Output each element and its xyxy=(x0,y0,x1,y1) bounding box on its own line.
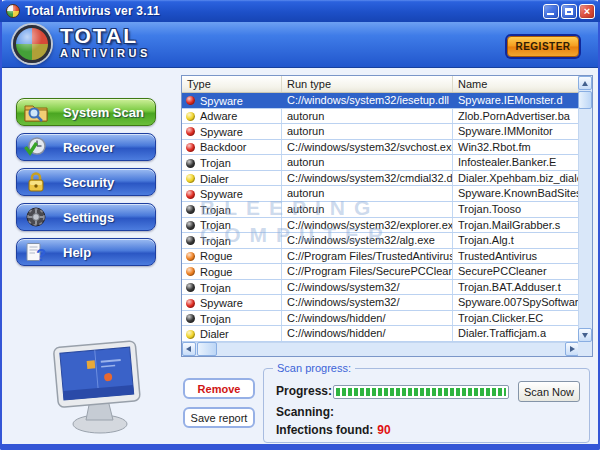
name-cell: Trojan.Clicker.EC xyxy=(453,311,592,326)
progress-fill xyxy=(336,388,506,396)
severity-dot-icon xyxy=(186,252,195,261)
severity-dot-icon xyxy=(186,174,195,183)
column-header-run-type[interactable]: Run type xyxy=(282,76,453,92)
window-title: Total Antivirus ver 3.11 xyxy=(25,4,160,18)
clock-restore-icon xyxy=(23,136,49,158)
register-button[interactable]: REGISTER xyxy=(507,36,579,57)
name-cell: Spyware.007SpySoftware xyxy=(453,295,592,310)
table-row[interactable]: BackdoorC://windows/system32/svchost.exe… xyxy=(182,140,592,156)
type-cell: Trojan xyxy=(182,233,282,248)
svg-text:?: ? xyxy=(36,246,46,263)
table-row[interactable]: TrojanC://windows/system32/alg.exeTrojan… xyxy=(182,233,592,249)
name-cell: SecurePCCleaner xyxy=(453,264,592,279)
sidebar-item-help[interactable]: ? Help xyxy=(16,238,156,266)
run-type-cell: autorun xyxy=(282,124,453,139)
type-cell: Trojan xyxy=(182,218,282,233)
monitor-illustration xyxy=(46,340,150,442)
logo-shield-icon xyxy=(13,25,51,63)
total-antivirus-window: Total Antivirus ver 3.11 × TOTAL ANTIVIR… xyxy=(0,0,600,450)
infections-found: Infections found:90 xyxy=(276,423,391,437)
progress-bar xyxy=(333,385,509,399)
sidebar-item-settings[interactable]: Settings xyxy=(16,203,156,231)
table-row[interactable]: AdwareautorunZlob.PornAdvertiser.ba xyxy=(182,109,592,125)
arrow-up-icon xyxy=(582,81,588,86)
name-cell: Spyware.IMMonitor xyxy=(453,124,592,139)
run-type-cell: C://windows/system32/alg.exe xyxy=(282,233,453,248)
severity-dot-icon xyxy=(186,205,195,214)
progress-label: Progress: xyxy=(276,384,332,398)
threat-table: Type Run type Name SpywareC://windows/sy… xyxy=(181,75,593,357)
run-type-cell: C://windows/system32/cmdial32.dll xyxy=(282,171,453,186)
type-cell: Rogue xyxy=(182,264,282,279)
remove-button[interactable]: Remove xyxy=(183,378,255,399)
minimize-icon xyxy=(547,13,554,15)
table-row[interactable]: RogueC://Program Files/SecurePCCleanerSe… xyxy=(182,264,592,280)
save-report-button[interactable]: Save report xyxy=(183,407,255,428)
table-row[interactable]: TrojanautorunInfostealer.Banker.E xyxy=(182,155,592,171)
name-cell: Zlob.PornAdvertiser.ba xyxy=(453,109,592,124)
table-row[interactable]: SpywareC://windows/system32/Spyware.007S… xyxy=(182,295,592,311)
scan-now-button[interactable]: Scan Now xyxy=(518,381,580,402)
maximize-button[interactable] xyxy=(561,4,577,19)
scroll-right-button[interactable] xyxy=(565,342,579,356)
name-cell: Trojan.BAT.Adduser.t xyxy=(453,280,592,295)
table-row[interactable]: SpywareautorunSpyware.IMMonitor xyxy=(182,124,592,140)
close-icon: × xyxy=(580,5,594,18)
sidebar-label: Security xyxy=(63,175,114,190)
logo-subtitle: ANTIVIRUS xyxy=(60,48,151,59)
severity-dot-icon xyxy=(186,236,195,245)
table-header: Type Run type Name xyxy=(182,76,592,93)
table-row[interactable]: SpywareautorunSpyware.KnownBadSites xyxy=(182,186,592,202)
run-type-cell: autorun xyxy=(282,186,453,201)
table-row[interactable]: TrojanC://windows/system32/explorer.exeT… xyxy=(182,218,592,234)
name-cell: Spyware.KnownBadSites xyxy=(453,186,592,201)
scroll-left-button[interactable] xyxy=(182,342,196,356)
minimize-button[interactable] xyxy=(543,4,559,19)
table-row[interactable]: TrojanautorunTrojan.Tooso xyxy=(182,202,592,218)
sidebar-item-system-scan[interactable]: System Scan xyxy=(16,98,156,126)
run-type-cell: C://windows/system32/svchost.exe xyxy=(282,140,453,155)
close-button[interactable]: × xyxy=(579,4,595,19)
titlebar[interactable]: Total Antivirus ver 3.11 × xyxy=(0,0,600,22)
table-row[interactable]: SpywareC://windows/system32/iesetup.dllS… xyxy=(182,93,592,109)
horizontal-scroll-thumb[interactable] xyxy=(197,342,217,356)
column-header-type[interactable]: Type xyxy=(182,76,282,92)
question-document-icon: ? xyxy=(23,241,49,263)
column-header-name[interactable]: Name xyxy=(453,76,592,92)
type-cell: Dialer xyxy=(182,326,282,341)
name-cell: Trojan.Alg.t xyxy=(453,233,592,248)
type-cell: Trojan xyxy=(182,202,282,217)
sidebar-label: Recover xyxy=(63,140,114,155)
arrow-down-icon xyxy=(582,333,588,338)
type-cell: Rogue xyxy=(182,249,282,264)
vertical-scrollbar[interactable] xyxy=(578,76,592,342)
sidebar-item-recover[interactable]: Recover xyxy=(16,133,156,161)
severity-dot-icon xyxy=(186,221,195,230)
gear-icon xyxy=(23,206,49,228)
name-cell: Spyware.IEMonster.d xyxy=(453,93,592,108)
severity-dot-icon xyxy=(186,283,195,292)
table-row[interactable]: DialerC://windows/system32/cmdial32.dllD… xyxy=(182,171,592,187)
name-cell: Win32.Rbot.fm xyxy=(453,140,592,155)
sidebar-item-security[interactable]: Security xyxy=(16,168,156,196)
run-type-cell: C://Program Files/TrustedAntivirus xyxy=(282,249,453,264)
horizontal-scrollbar[interactable] xyxy=(182,342,579,356)
infections-label: Infections found: xyxy=(276,423,373,437)
scroll-down-button[interactable] xyxy=(578,328,592,342)
vertical-scroll-thumb[interactable] xyxy=(578,91,592,109)
run-type-cell: autorun xyxy=(282,109,453,124)
table-row[interactable]: TrojanC://windows/hidden/Trojan.Clicker.… xyxy=(182,311,592,327)
run-type-cell: C://windows/hidden/ xyxy=(282,326,453,341)
scroll-up-button[interactable] xyxy=(578,76,592,90)
scanning-label: Scanning: xyxy=(276,405,334,419)
table-row[interactable]: DialerC://windows/hidden/Dialer.Trafficj… xyxy=(182,326,592,342)
sidebar-label: Settings xyxy=(63,210,114,225)
severity-dot-icon xyxy=(186,190,195,199)
type-cell: Trojan xyxy=(182,155,282,170)
severity-dot-icon xyxy=(186,112,195,121)
table-row[interactable]: TrojanC://windows/system32/Trojan.BAT.Ad… xyxy=(182,280,592,296)
severity-dot-icon xyxy=(186,159,195,168)
virus-table-body: SpywareC://windows/system32/iesetup.dllS… xyxy=(182,93,592,342)
table-row[interactable]: RogueC://Program Files/TrustedAntivirusT… xyxy=(182,249,592,265)
run-type-cell: C://windows/system32/iesetup.dll xyxy=(282,93,453,108)
